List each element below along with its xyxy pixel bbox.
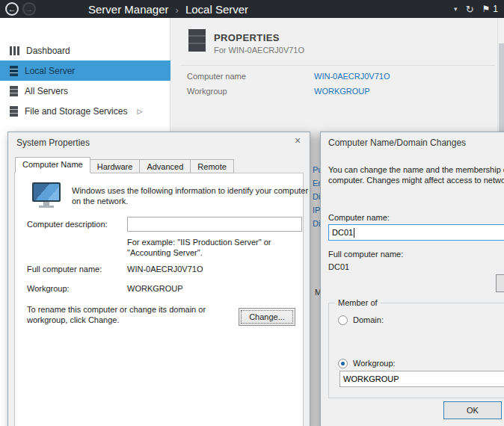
workgroup-input[interactable]: WORKGROUP [339,371,504,387]
member-of-label: Member of [335,298,381,307]
ok-button[interactable]: OK [443,401,502,419]
full-computer-name-label: Full computer name: [328,250,403,259]
example-text: "Accounting Server". [127,248,203,257]
workgroup-value: WORKGROUP [127,284,183,293]
sidebar-item-local-server[interactable]: Local Server [0,61,170,81]
breadcrumb-separator: › [176,4,179,16]
system-properties-dialog: System Properties × Computer Name Hardwa… [7,132,310,426]
member-of-group: Member of Domain: Workgroup: WORKGROUP [328,303,504,398]
back-button[interactable]: ← [5,2,19,16]
sidebar-item-label: Local Server [25,66,75,76]
sidebar-item-dashboard[interactable]: Dashboard [0,40,170,61]
full-computer-name-value: WIN-0AECRJ0V71O [127,265,203,274]
sidebar-item-all-servers[interactable]: All Servers [0,81,170,101]
refresh-icon[interactable]: ↻ [466,4,474,15]
dashboard-icon [10,46,19,55]
breadcrumb-section: Local Server [185,3,248,16]
dialog-title: Computer Name/Domain Changes [328,138,466,148]
sidebar-item-label: All Servers [25,86,68,96]
intro-text: on the network. [72,197,128,206]
close-icon[interactable]: × [288,132,307,149]
tab-hardware[interactable]: Hardware [90,159,141,173]
tab-page-computer-name: Windows uses the following information t… [14,173,304,426]
panel-title: PROPERTIES [214,32,280,43]
chevron-down-icon[interactable]: ▾ [454,5,458,13]
notifications-flag-icon[interactable]: ⚑ [482,4,491,14]
breadcrumb: Server Manager › Local Server [88,3,248,16]
sidebar-item-label: Dashboard [26,46,70,56]
clipped-value: Di [313,192,320,201]
example-text: For example: "IIS Production Server" or [127,238,271,247]
monitor-screen [32,182,61,202]
intro-text: Windows uses the following information t… [72,186,308,195]
clipped-value: Di [313,219,320,228]
property-value-link[interactable]: WORKGROUP [314,87,370,96]
computer-name-input-value: DC01 [332,228,353,237]
computer-name-input[interactable]: DC01 [328,224,504,241]
clipped-value: IP [313,206,320,214]
intro-text: computer. Changes might affect access to… [328,176,504,185]
tab-remote[interactable]: Remote [190,159,234,173]
sidebar-item-file-storage-services[interactable]: File and Storage Services ▷ [0,101,170,121]
panel-subtitle: For WIN-0AECRJ0V71O [214,46,304,55]
tab-strip: Computer Name Hardware Advanced Remote [15,157,233,173]
full-computer-name-label: Full computer name: [27,265,102,274]
panel-divider [180,65,495,66]
rename-hint-text: workgroup, click Change. [27,315,120,324]
property-label: Computer name [187,72,246,81]
server-icon [10,66,18,76]
dialog-title: System Properties [16,138,90,148]
app-title: Server Manager [88,3,169,16]
more-button-clipped[interactable] [496,274,504,292]
computer-description-label: Computer description: [27,220,108,229]
monitor-base [39,206,54,208]
rename-hint-text: To rename this computer or change its do… [27,305,206,314]
servers-icon [10,86,18,96]
tab-advanced[interactable]: Advanced [139,159,191,173]
domain-radio[interactable] [338,315,348,325]
full-computer-name-value: DC01 [328,262,349,271]
server-manager-window: ← → Server Manager › Local Server ▾ ↻ ⚑ … [0,0,504,426]
tab-computer-name[interactable]: Computer Name [15,157,90,173]
computer-description-input[interactable] [127,217,302,232]
domain-radio-label[interactable]: Domain: [353,315,384,324]
forward-button[interactable]: → [22,2,36,16]
change-button[interactable]: Change... [239,308,295,326]
workgroup-label: Workgroup: [27,284,70,293]
expand-chevron-icon[interactable]: ▷ [137,108,142,115]
computer-name-label: Computer name: [328,213,390,222]
intro-text: You can change the name and the membersh… [328,165,504,174]
property-label: Workgroup [187,87,227,96]
topbar-actions: ▾ ↻ ⚑ 1 [454,4,504,15]
notification-count[interactable]: 1 [493,4,498,14]
property-value-link[interactable]: WIN-0AECRJ0V71O [314,72,390,81]
topbar: ← → Server Manager › Local Server ▾ ↻ ⚑ … [0,0,504,18]
file-storage-icon [10,106,18,117]
computer-name-domain-changes-dialog: Computer Name/Domain Changes You can cha… [320,132,504,426]
workgroup-radio-label[interactable]: Workgroup: [353,359,396,368]
server-properties-icon [188,29,206,52]
text-caret [354,228,354,238]
sidebar-item-label: File and Storage Services [25,106,127,117]
computer-monitor-icon [30,182,63,211]
workgroup-radio[interactable] [338,359,348,368]
